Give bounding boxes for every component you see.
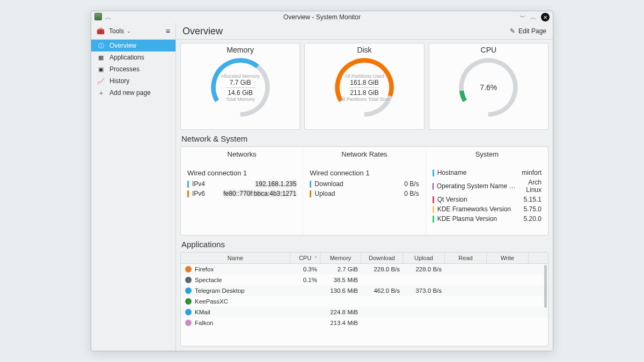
apps-section-title: Applications [181,240,548,249]
column-header-write[interactable]: Write [487,253,529,263]
app-name: Telegram Desktop [195,287,245,294]
networks-column: Networks Wired connection 1 IPv4 192.168… [181,147,303,235]
app-cpu [290,299,320,304]
color-bar [433,216,434,223]
kv-value: 5.20.0 [524,215,541,223]
app-icon [185,298,192,305]
kv-key: Upload [314,190,335,197]
sidebar-item-label: Overview [109,42,136,49]
app-download [361,299,403,304]
kv-value: 5.75.0 [524,205,541,213]
kv-key: Operating System Name an... [437,182,517,190]
maximize-icon[interactable]: ︿ [530,13,537,22]
system-title: System [433,150,541,158]
app-icon [185,287,192,294]
app-read [445,267,487,271]
app-icon [185,266,192,272]
sidebar-item-label: History [109,77,129,85]
toolbox-icon: 🧰 [97,27,105,35]
networks-row: IPv6 fe80::770f:bbca:4b3:1271 [187,190,296,197]
sidebar-item-processes[interactable]: ▣Processes [91,63,175,75]
app-name: Falkon [195,320,214,326]
column-header-upload[interactable]: Upload [403,253,445,263]
networks-title: Networks [187,150,296,158]
app-name: KMail [195,309,210,315]
column-header-download[interactable]: Download [361,253,403,263]
apps-header: NameCPU⌃MemoryDownloadUploadReadWrite [181,253,548,264]
column-header-read[interactable]: Read [445,253,487,263]
sidebar: ⓘOverview▦Applications▣Processes📈History… [91,40,176,351]
rates-column: Network Rates Wired connection 1 Downloa… [303,147,425,235]
app-write [487,267,529,271]
kv-key: IPv6 [192,190,205,197]
hamburger-icon[interactable]: ≡ [166,27,170,35]
app-write [487,299,529,304]
rates-title: Network Rates [310,150,419,158]
app-memory: 2.7 GiB [320,264,361,275]
app-row[interactable]: KeePassXC [181,296,548,307]
app-cpu [290,321,320,325]
app-download: 462.0 B/s [361,285,403,296]
app-cpu [290,310,320,314]
tools-menu[interactable]: Tools ⌄ [109,27,131,35]
system-row: KDE Frameworks Version 5.75.0 [433,205,541,213]
rates-row: Upload 0 B/s [310,190,419,197]
app-row[interactable]: Telegram Desktop 130.6 MiB 462.0 B/s 373… [181,285,548,296]
app-memory: 213.4 MiB [320,317,361,328]
close-icon[interactable]: ✕ [541,13,550,21]
sort-asc-icon: ⌃ [314,256,318,261]
color-bar [187,190,189,197]
app-read [445,299,487,304]
color-bar [433,196,434,203]
edit-page-label: Edit Page [518,27,546,35]
app-upload [403,299,445,304]
color-bar [187,181,189,188]
app-download [361,310,403,314]
edit-page-button[interactable]: ✎ Edit Page [510,27,546,35]
main-content: Memory Allocated Memory 7.7 GiB 14.6 GiB… [176,40,553,351]
app-memory [320,299,361,304]
app-memory: 130.6 MiB [320,285,361,296]
minimize-icon[interactable]: ﹀ [519,13,526,22]
app-download [361,321,403,325]
kv-key: IPv4 [192,180,205,188]
app-row[interactable]: Firefox 0.3% 2.7 GiB 228.0 B/s 228.0 B/s [181,264,548,275]
app-window: ︿ Overview - System Monitor ﹀ ︿ ✕ 🧰 Tool… [91,11,553,351]
proc-icon: ▣ [98,66,104,72]
color-bar [433,183,434,190]
cpu-card: CPU 7.6% [429,43,548,130]
app-read [445,278,487,282]
summary-cards: Memory Allocated Memory 7.7 GiB 14.6 GiB… [180,43,548,130]
app-icon [185,309,192,315]
app-icon [185,277,192,283]
network-section-title: Network & System [181,134,548,143]
app-cpu: 0.1% [290,275,320,285]
kv-value: 5.15.1 [524,196,541,203]
kv-value: Arch Linux [521,179,541,194]
disk-sublabel-bottom: All Partitions Total Size [340,97,389,102]
rates-row: Download 0 B/s [310,180,419,188]
app-upload: 228.0 B/s [403,264,445,275]
sidebar-item-applications[interactable]: ▦Applications [91,51,175,63]
sidebar-item-history[interactable]: 📈History [91,75,175,87]
sidebar-item-overview[interactable]: ⓘOverview [91,40,175,51]
scrollbar[interactable] [544,265,547,308]
column-header-cpu[interactable]: CPU⌃ [290,253,320,263]
app-upload [403,278,445,282]
disk-used: 161.8 GiB [350,79,378,86]
sidebar-item-add-new-page[interactable]: ＋Add new page [91,87,175,99]
column-header-memory[interactable]: Memory [320,253,361,263]
apps-body[interactable]: Firefox 0.3% 2.7 GiB 228.0 B/s 228.0 B/s… [181,264,548,328]
app-row[interactable]: Spectacle 0.1% 38.5 MiB [181,275,548,285]
app-row[interactable]: KMail 224.8 MiB [181,307,548,317]
titlebar: ︿ Overview - System Monitor ﹀ ︿ ✕ [91,11,553,23]
color-bar [310,190,311,197]
column-header-name[interactable]: Name [181,253,290,263]
app-write [487,278,529,282]
color-bar [310,181,311,188]
pin-icon[interactable]: ︿ [105,13,112,22]
kv-value: minfort [522,169,541,176]
network-system-card: Networks Wired connection 1 IPv4 192.168… [180,146,548,235]
app-upload [403,321,445,325]
app-row[interactable]: Falkon 213.4 MiB [181,317,548,328]
